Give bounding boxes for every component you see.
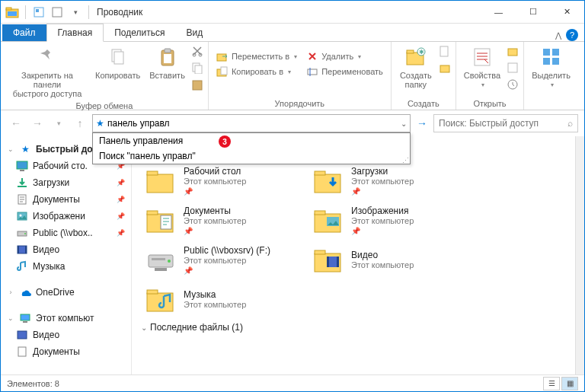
svg-rect-33: [543, 58, 550, 65]
easyaccess-icon[interactable]: [439, 62, 451, 77]
music-icon: [16, 260, 28, 272]
suggest-item-2[interactable]: Поиск "панель управл": [93, 148, 410, 164]
minimize-button[interactable]: ―: [481, 1, 516, 24]
pin-icon: [35, 45, 59, 69]
close-button[interactable]: ✕: [550, 1, 584, 24]
item-downloads[interactable]: ЗагрузкиЭтот компьютер📌: [308, 161, 476, 200]
pictures-folder-icon: [312, 203, 345, 237]
suggest-item-1[interactable]: Панель управления: [93, 133, 410, 148]
svg-rect-1: [6, 8, 11, 10]
tab-share[interactable]: Поделиться: [104, 24, 175, 41]
rename-button[interactable]: Переименовать: [303, 65, 386, 78]
svg-rect-55: [147, 211, 158, 215]
svg-rect-56: [161, 215, 171, 229]
sidebar-onedrive[interactable]: ›OneDrive: [1, 284, 131, 301]
pictures-icon: [16, 210, 28, 222]
collapse-ribbon-icon[interactable]: ⋀: [555, 31, 561, 40]
svg-rect-47: [23, 321, 27, 323]
svg-rect-49: [18, 347, 26, 356]
delete-button[interactable]: Удалить▾: [303, 49, 386, 63]
svg-rect-53: [315, 171, 325, 175]
copy-button[interactable]: Копировать: [92, 43, 143, 81]
sidebar-item-network[interactable]: Public (\\vbox..📌: [1, 225, 131, 241]
item-desktop[interactable]: Рабочий столЭтот компьютер📌: [141, 161, 308, 200]
svg-rect-32: [552, 49, 559, 56]
svg-rect-65: [315, 250, 325, 254]
qat-newfolder-icon[interactable]: [49, 4, 66, 21]
desktop-icon: [16, 160, 28, 172]
qat-properties-icon[interactable]: [30, 4, 47, 21]
delete-icon: [306, 50, 318, 62]
up-button[interactable]: ↑: [71, 114, 89, 132]
search-box[interactable]: ⌕: [433, 114, 578, 132]
select-button[interactable]: Выделить▾: [529, 43, 574, 90]
search-icon[interactable]: ⌕: [567, 118, 573, 129]
svg-text:✱: ✱: [418, 49, 424, 56]
scrollbar[interactable]: [575, 136, 584, 378]
newitem-icon[interactable]: [439, 45, 451, 60]
item-networkdrive[interactable]: Public (\\vboxsrv) (F:)Этот компьютер📌: [141, 240, 308, 279]
newfolder-button[interactable]: ✱ Создать папку: [396, 43, 436, 91]
search-input[interactable]: [439, 118, 564, 129]
svg-rect-44: [18, 246, 19, 253]
resize-grip-icon[interactable]: ⋰: [402, 158, 409, 163]
select-icon: [539, 45, 564, 69]
help-icon[interactable]: ?: [566, 29, 578, 41]
onedrive-icon: [19, 286, 31, 298]
paste-shortcut-icon[interactable]: [191, 78, 203, 94]
drive-icon: [144, 243, 177, 276]
paste-icon: [155, 45, 180, 69]
forward-button[interactable]: →: [28, 114, 46, 132]
svg-point-42: [24, 233, 26, 234]
sidebar-pc-documents[interactable]: Документы: [1, 343, 131, 360]
address-input[interactable]: [107, 118, 398, 129]
svg-rect-5: [53, 8, 62, 17]
tab-file[interactable]: Файл: [2, 24, 46, 41]
tab-view[interactable]: Вид: [175, 24, 213, 41]
svg-rect-58: [315, 211, 325, 215]
go-button[interactable]: →: [414, 115, 430, 132]
recent-files-header[interactable]: ⌄Последние файлы (1): [141, 319, 566, 336]
sidebar-item-downloads[interactable]: Загрузки📌: [1, 174, 131, 191]
svg-rect-26: [440, 65, 449, 72]
moveto-button[interactable]: Переместить в▾: [213, 49, 300, 63]
maximize-button[interactable]: ☐: [516, 1, 550, 24]
item-pictures[interactable]: ИзображенияЭтот компьютер📌: [308, 200, 476, 240]
sidebar-pc-video[interactable]: Видео: [1, 327, 131, 343]
sidebar-item-pictures[interactable]: Изображени📌: [1, 208, 131, 225]
view-details-button[interactable]: ☰: [543, 377, 560, 390]
open-icon[interactable]: [507, 45, 519, 60]
recent-locations-button[interactable]: ▾: [50, 114, 68, 132]
paste-button[interactable]: Вставить: [146, 43, 188, 81]
view-large-button[interactable]: ▦: [561, 377, 578, 390]
sidebar-thispc[interactable]: ⌄Этот компьют: [1, 310, 131, 327]
sidebar-item-documents[interactable]: Документы📌: [1, 191, 131, 208]
svg-rect-7: [114, 52, 123, 64]
svg-rect-45: [25, 246, 27, 253]
music-folder-icon: [144, 282, 177, 316]
sidebar-item-video[interactable]: Видео: [1, 241, 131, 258]
back-button[interactable]: ←: [7, 114, 25, 132]
copyto-icon: [216, 65, 229, 78]
status-count: Элементов: 8: [7, 379, 59, 388]
address-dropdown-icon[interactable]: ⌄: [401, 120, 407, 128]
item-documents[interactable]: ДокументыЭтот компьютер📌: [141, 200, 308, 240]
cut-icon[interactable]: [191, 45, 203, 60]
copypath-icon[interactable]: [191, 62, 203, 77]
properties-button[interactable]: Свойства▾: [461, 43, 503, 90]
edit-icon[interactable]: [507, 62, 519, 77]
pin-quickaccess-button[interactable]: Закрепить на панели быстрого доступа: [5, 43, 89, 100]
sidebar-item-music[interactable]: Музыка: [1, 258, 131, 275]
address-bar[interactable]: ★ ⌄ Панель управления Поиск "панель упра…: [92, 114, 411, 132]
copyto-button[interactable]: Копировать в▾: [213, 65, 300, 78]
svg-rect-2: [8, 11, 17, 16]
qat-dropdown-icon[interactable]: ▾: [67, 4, 84, 21]
history-icon[interactable]: [507, 78, 519, 94]
svg-rect-22: [407, 50, 414, 53]
item-video[interactable]: ВидеоЭтот компьютер: [308, 240, 476, 279]
downloads-icon: [16, 177, 28, 189]
svg-rect-29: [508, 63, 517, 72]
tab-home[interactable]: Главная: [46, 24, 104, 42]
svg-rect-70: [147, 290, 158, 294]
item-music[interactable]: МузыкаЭтот компьютер: [141, 279, 308, 319]
